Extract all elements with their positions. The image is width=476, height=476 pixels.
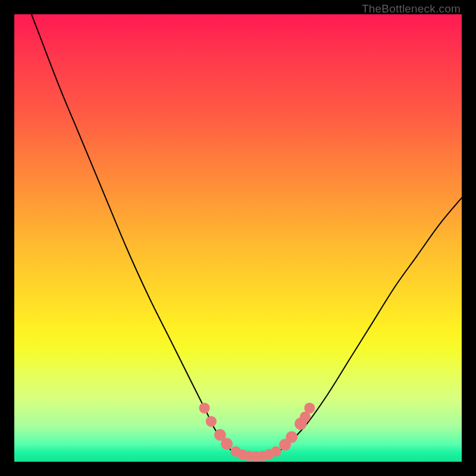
bottleneck-curve	[14, 0, 462, 456]
curve-marker	[221, 438, 233, 450]
chart-svg	[14, 14, 462, 462]
bottleneck-chart	[14, 14, 462, 462]
curve-markers	[199, 403, 315, 462]
curve-marker	[304, 403, 315, 414]
curve-marker	[199, 403, 210, 414]
curve-marker	[271, 446, 281, 457]
attribution-text: TheBottleneck.com	[362, 2, 461, 15]
curve-marker	[206, 416, 217, 427]
curve-marker	[286, 431, 298, 443]
chart-frame: TheBottleneck.com	[0, 0, 476, 476]
